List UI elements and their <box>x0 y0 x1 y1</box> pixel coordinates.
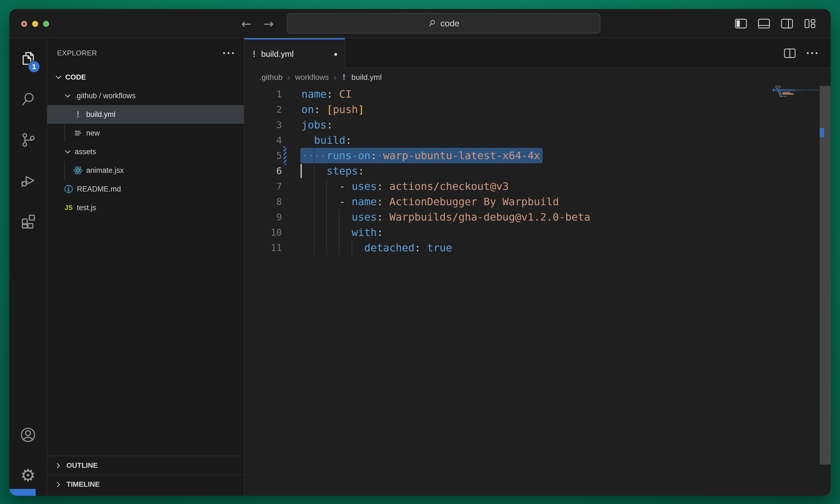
breadcrumb: .github›workflows›!build.yml <box>244 68 831 86</box>
code-line-1[interactable]: 1name: CI <box>244 86 831 102</box>
item-label: CODE <box>65 73 86 82</box>
info-icon <box>63 183 74 195</box>
line-number: 4 <box>244 132 282 148</box>
account-icon <box>19 426 37 444</box>
react-icon <box>72 165 84 176</box>
code-line-3[interactable]: 3jobs: <box>244 117 831 132</box>
code-line-8[interactable]: 8 - name: ActionDebugger By Warpbuild <box>244 194 831 209</box>
code-editor[interactable]: 1name: CI2on: [push]3jobs:4 build:5····r… <box>244 86 831 496</box>
indent-guide <box>314 194 315 209</box>
search-icon <box>428 19 436 28</box>
item-label: build.yml <box>86 110 116 119</box>
activity-item-run-debug[interactable] <box>9 160 47 201</box>
indent-guide <box>327 225 327 240</box>
indent-guide <box>314 179 315 194</box>
close-button[interactable] <box>21 21 27 27</box>
file-lines-icon <box>72 128 84 139</box>
line-number: 10 <box>244 225 282 240</box>
extensions-icon <box>19 212 36 229</box>
tree-item-assets[interactable]: assets <box>47 142 244 161</box>
history-nav: ← → <box>241 9 274 38</box>
breadcrumb-item[interactable]: .github <box>259 73 282 82</box>
tree-item-test-js[interactable]: JStest.js <box>47 198 244 217</box>
toggle-primary-sidebar-icon[interactable] <box>735 18 747 29</box>
editor-actions <box>784 38 818 68</box>
panel-outline[interactable]: OUTLINE <box>47 456 244 475</box>
indent-guide <box>327 209 327 225</box>
js-icon: JS <box>63 202 74 213</box>
breadcrumb-separator: › <box>334 73 336 82</box>
code-line-6[interactable]: 6 steps: <box>244 163 831 179</box>
explorer-sidebar: EXPLORER CODE.github / workflows!build.y… <box>47 38 244 496</box>
item-label: new <box>86 129 100 138</box>
tree-item-new[interactable]: new <box>47 124 244 142</box>
tree-indent-guide <box>65 161 65 180</box>
code-line-11[interactable]: 11 detached: true <box>244 240 831 255</box>
toggle-panel-icon[interactable] <box>758 18 770 29</box>
indent-guide <box>314 240 315 255</box>
chevron-right-icon <box>54 461 63 470</box>
activity-item-search[interactable] <box>9 79 47 119</box>
indent-guide <box>327 194 327 209</box>
explorer-actions-icon[interactable] <box>223 52 234 54</box>
tree-item--github-workflows[interactable]: .github / workflows <box>47 86 244 105</box>
code-line-4[interactable]: 4 build: <box>244 132 831 148</box>
back-arrow-icon[interactable]: ← <box>241 17 251 31</box>
toggle-secondary-sidebar-icon[interactable] <box>781 18 793 29</box>
editor-group: ! build.yml ● .github›workflows›!build.y… <box>244 38 831 496</box>
chevron-right-icon <box>54 480 63 489</box>
activity-item-source-control[interactable] <box>9 119 47 160</box>
status-bar-remote-indicator[interactable] <box>9 489 36 496</box>
split-editor-icon[interactable] <box>784 48 796 59</box>
line-number: 2 <box>244 102 282 117</box>
yaml-warning-icon: ! <box>342 72 346 82</box>
line-number: 9 <box>244 209 282 225</box>
chevron-down-icon <box>63 91 72 101</box>
titlebar: ← → code <box>9 9 831 38</box>
command-center-search[interactable]: code <box>287 13 600 34</box>
indent-guide <box>339 209 339 225</box>
activity-item-explorer[interactable]: 1 <box>9 38 47 79</box>
indent-guide <box>314 209 315 225</box>
activity-item-extensions[interactable] <box>9 201 47 241</box>
more-actions-icon[interactable] <box>807 52 818 54</box>
indent-guide <box>327 179 327 194</box>
code-line-7[interactable]: 7 - uses: actions/checkout@v3 <box>244 179 831 194</box>
tree-item-build-yml[interactable]: !build.yml <box>47 105 244 124</box>
search-icon <box>19 91 36 108</box>
section-code[interactable]: CODE <box>47 68 244 86</box>
line-number: 5 <box>244 148 282 163</box>
breadcrumb-separator: › <box>287 73 290 82</box>
tab-build-yml[interactable]: ! build.yml ● <box>244 38 345 69</box>
window-controls <box>21 21 49 27</box>
item-label: animate.jsx <box>86 166 124 175</box>
minimize-button[interactable] <box>32 21 38 27</box>
sidebar-title: EXPLORER <box>57 49 97 57</box>
breadcrumb-item[interactable]: build.yml <box>351 73 382 82</box>
indent-guide <box>314 163 315 179</box>
activity-bar: 1⚙ <box>9 38 47 496</box>
code-line-2[interactable]: 2on: [push] <box>244 102 831 117</box>
indent-guide <box>314 225 315 240</box>
modified-dot-icon[interactable]: ● <box>334 50 338 58</box>
editor-scrollbar[interactable] <box>820 38 831 496</box>
line-number: 1 <box>244 86 282 102</box>
code-line-10[interactable]: 10 with: <box>244 225 831 240</box>
scrollbar-slider[interactable] <box>820 86 831 465</box>
workbench: 1⚙ EXPLORER CODE.github / workflows!buil… <box>9 38 831 496</box>
search-value: code <box>440 18 459 29</box>
customize-layout-icon[interactable] <box>804 18 817 29</box>
breadcrumb-item[interactable]: workflows <box>295 73 329 82</box>
activity-item-account[interactable] <box>9 415 47 455</box>
code-line-5[interactable]: 5····runs-on:·warp-ubuntu-latest-x64-4x <box>244 148 831 163</box>
code-line-9[interactable]: 9 uses: Warpbuilds/gha-debug@v1.2.0-beta <box>244 209 831 225</box>
tree-item-animate-jsx[interactable]: animate.jsx <box>47 161 244 180</box>
indent-guide <box>327 240 327 255</box>
tree-item-readme-md[interactable]: README.md <box>47 180 244 198</box>
overview-ruler-modified-marker <box>820 128 824 137</box>
yaml-warning-icon: ! <box>251 49 257 59</box>
forward-arrow-icon[interactable]: → <box>264 17 274 31</box>
panel-timeline[interactable]: TIMELINE <box>47 475 244 493</box>
zoom-button[interactable] <box>43 21 49 27</box>
line-number: 11 <box>244 240 282 255</box>
